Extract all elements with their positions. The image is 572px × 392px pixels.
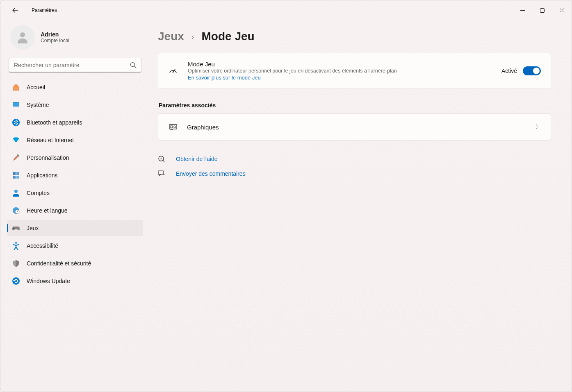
breadcrumb: Jeux › Mode Jeu <box>158 30 551 43</box>
svg-rect-19 <box>171 126 173 128</box>
toggle-state-label: Activé <box>501 68 517 74</box>
nav-accessibility[interactable]: Accessibilité <box>7 238 143 254</box>
nav-personalization[interactable]: Personnalisation <box>7 150 143 166</box>
nav-privacy[interactable]: Confidentialité et sécurité <box>7 255 143 272</box>
nav-label: Bluetooth et appareils <box>27 119 82 126</box>
chevron-right-icon: › <box>191 32 194 41</box>
chevron-right-icon: 〉 <box>536 123 541 131</box>
app-title: Paramètres <box>32 7 57 13</box>
sidebar: Adrien Compte local Accueil Système <box>0 20 148 392</box>
titlebar-left: Paramètres <box>7 2 57 18</box>
nav-label: Windows Update <box>27 278 70 284</box>
profile-section[interactable]: Adrien Compte local <box>5 20 145 58</box>
shield-icon <box>12 259 20 267</box>
nav-label: Confidentialité et sécurité <box>27 260 91 267</box>
svg-point-15 <box>15 242 17 244</box>
profile-text: Adrien Compte local <box>41 31 69 43</box>
feedback-icon: <듬circle cx="15" cy="13" r="2.5" fill="#… <box>158 170 165 177</box>
close-button[interactable] <box>552 3 572 18</box>
toggle-group: Activé <box>501 66 541 75</box>
home-icon <box>12 83 20 91</box>
nav-label: Personnalisation <box>27 154 69 161</box>
search-box <box>9 58 141 73</box>
bluetooth-icon <box>12 118 20 127</box>
arrow-left-icon <box>12 7 18 14</box>
feedback-link[interactable]: Envoyer des commentaires <box>176 170 246 177</box>
accessibility-icon <box>12 242 20 250</box>
svg-rect-9 <box>16 176 19 179</box>
svg-rect-6 <box>13 172 16 175</box>
nav-home[interactable]: Accueil <box>7 79 143 95</box>
help-icon: ? <box>158 155 165 163</box>
svg-rect-7 <box>16 172 19 175</box>
window-controls <box>513 3 572 18</box>
help-links: ? Obtenir de l'aide <듬circle cx="15" cy=… <box>158 155 551 177</box>
sidebar-nav: Accueil Système Bluetooth et appareils R… <box>5 79 145 289</box>
svg-text:?: ? <box>160 157 162 161</box>
nav-network[interactable]: Réseau et Internet <box>7 132 143 148</box>
nav-time-language[interactable]: Heure et langue <box>7 202 143 219</box>
graphics-card[interactable]: Graphiques 〉 <box>158 113 551 140</box>
gpu-icon <box>168 122 178 132</box>
graphics-label: Graphiques <box>187 124 526 131</box>
page-title: Mode Jeu <box>202 30 255 43</box>
minimize-icon <box>520 8 525 13</box>
svg-point-1 <box>20 32 25 37</box>
person-icon <box>15 30 30 45</box>
maximize-button[interactable] <box>532 3 552 18</box>
content-area: Jeux › Mode Jeu Mode Jeu Optimiser votre… <box>148 20 572 392</box>
svg-rect-0 <box>540 8 544 12</box>
related-settings-header: Paramètres associés <box>159 102 551 109</box>
clock-globe-icon <box>12 206 20 215</box>
feedback-row: <듬circle cx="15" cy="13" r="2.5" fill="#… <box>158 170 551 177</box>
svg-point-13 <box>17 227 18 228</box>
brush-icon <box>12 154 20 162</box>
breadcrumb-parent[interactable]: Jeux <box>158 30 184 43</box>
search-input[interactable] <box>9 58 141 73</box>
nav-label: Réseau et Internet <box>27 137 74 143</box>
learn-more-link[interactable]: En savoir plus sur le mode Jeu <box>188 75 261 81</box>
apps-icon <box>12 171 20 179</box>
speedometer-icon <box>168 66 178 76</box>
nav-windows-update[interactable]: Windows Update <box>7 273 143 289</box>
nav-label: Système <box>27 102 49 108</box>
svg-rect-4 <box>13 102 19 106</box>
svg-point-17 <box>173 72 174 73</box>
nav-system[interactable]: Système <box>7 97 143 113</box>
search-icon <box>130 62 137 68</box>
get-help-link[interactable]: Obtenir de l'aide <box>176 156 218 162</box>
minimize-button[interactable] <box>513 3 532 18</box>
setting-title: Mode Jeu <box>188 61 492 68</box>
profile-subtitle: Compte local <box>41 38 69 43</box>
main-layout: Adrien Compte local Accueil Système <box>0 20 572 392</box>
titlebar: Paramètres <box>0 0 572 20</box>
system-icon <box>12 101 20 109</box>
avatar <box>10 25 35 50</box>
wifi-icon <box>12 136 20 144</box>
nav-accounts[interactable]: Comptes <box>7 185 143 201</box>
game-mode-setting: Mode Jeu Optimiser votre ordinateur pers… <box>158 53 551 88</box>
gamepad-icon <box>12 224 20 232</box>
nav-label: Comptes <box>27 190 50 196</box>
svg-point-14 <box>18 228 18 229</box>
game-mode-card: Mode Jeu Optimiser votre ordinateur pers… <box>158 53 551 89</box>
setting-description: Optimiser votre ordinateur personnel pou… <box>188 68 492 74</box>
game-mode-toggle[interactable] <box>523 66 541 75</box>
nav-label: Accessibilité <box>27 242 58 249</box>
svg-point-10 <box>14 190 18 193</box>
nav-label: Accueil <box>27 84 45 91</box>
nav-bluetooth[interactable]: Bluetooth et appareils <box>7 114 143 131</box>
back-button[interactable] <box>7 2 23 18</box>
nav-gaming[interactable]: Jeux <box>7 220 143 236</box>
svg-point-16 <box>12 277 20 285</box>
nav-label: Jeux <box>27 225 39 231</box>
nav-apps[interactable]: Applications <box>7 167 143 184</box>
profile-name: Adrien <box>41 31 69 38</box>
close-icon <box>560 8 564 13</box>
nav-label: Applications <box>27 172 58 179</box>
svg-point-2 <box>131 63 135 67</box>
svg-rect-8 <box>13 176 16 179</box>
person-icon <box>12 189 20 197</box>
graphics-row[interactable]: Graphiques 〉 <box>158 114 551 140</box>
nav-label: Heure et langue <box>27 207 68 214</box>
